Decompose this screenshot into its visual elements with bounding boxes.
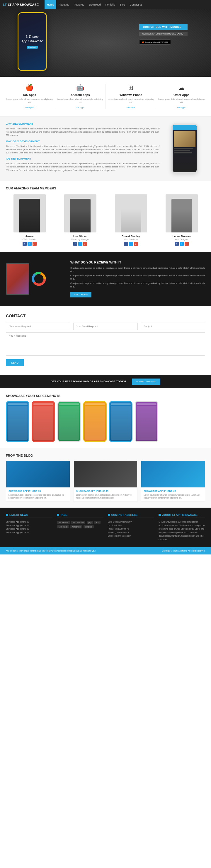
- sp-inner-6: [136, 402, 157, 441]
- download-now-button[interactable]: DOWNLOAD NOW: [132, 378, 160, 385]
- nav-about[interactable]: About us: [56, 0, 71, 9]
- showcase-section: SHOWCASE YOUR SCREENSHOTS: [0, 388, 211, 448]
- sp-inner-3: [58, 402, 80, 441]
- send-button[interactable]: SEND: [6, 359, 24, 366]
- sp-line-1: [8, 403, 28, 405]
- dev-text: JAVA DEVELOPMENT The report 'The Student…: [6, 122, 160, 175]
- receive-title: WHAT DO YOU RECEIVE WITH IT: [70, 260, 205, 264]
- other-desc: Lorem ipsum dolor sit amet, consectetur …: [158, 98, 205, 104]
- blog-grid: SHOWCASE APP IPHONE JS Lorem ipsum dolor…: [6, 461, 205, 502]
- receive-text-3: Cras justo odio, dapibus ac facilisis in…: [70, 282, 205, 288]
- contact-message-textarea[interactable]: [6, 332, 205, 356]
- team-person-4-img: [172, 199, 192, 232]
- dev-text-line1: [174, 148, 193, 149]
- sp-inner-5: [110, 402, 131, 441]
- social-tw-2[interactable]: t: [78, 242, 82, 246]
- other-link[interactable]: Get Apps: [177, 106, 186, 108]
- tag-4[interactable]: app: [94, 521, 100, 524]
- social-fb-2[interactable]: f: [73, 242, 78, 246]
- nav-blog[interactable]: Blog: [118, 0, 127, 9]
- social-gp-3[interactable]: g+: [134, 242, 138, 246]
- read-more-button[interactable]: READ MORE: [70, 292, 91, 298]
- dev-text-line2: [174, 150, 190, 151]
- social-fb-3[interactable]: f: [124, 242, 128, 246]
- footer-news-3[interactable]: Showcase App Iphone JS: [6, 527, 53, 531]
- tag-1[interactable]: pro website: [57, 521, 70, 524]
- contact-email-input[interactable]: [73, 322, 138, 330]
- social-tw-3[interactable]: t: [129, 242, 133, 246]
- social-fb-4[interactable]: f: [175, 242, 179, 246]
- sp-img-5: [111, 406, 131, 440]
- footer-news-1[interactable]: Showcase App Iphone JS: [6, 520, 53, 524]
- showcase-phone-1: [6, 401, 29, 442]
- team-photo-3: [115, 194, 147, 232]
- dev-title-2: MAC OS X DEVELOPMENT: [6, 140, 160, 143]
- team-photo-1: [13, 194, 46, 232]
- nav-featured[interactable]: Featured: [71, 0, 87, 9]
- hero-appstore: 🍎 Download it from APP STORE: [139, 39, 187, 44]
- blog-card-1: SHOWCASE APP IPHONE JS Lorem ipsum dolor…: [6, 461, 70, 502]
- team-role-1: CEO - Founder: [6, 238, 53, 240]
- nav-home[interactable]: Home: [44, 0, 56, 9]
- sp-inner-2: [33, 402, 54, 441]
- ios-link[interactable]: Get Apps: [25, 106, 34, 108]
- footer-news-4[interactable]: Showcase App Iphone JS: [6, 531, 53, 534]
- showcase-phone-5: [109, 401, 132, 442]
- bottom-left-text: Any problems, errors or just want to sha…: [6, 550, 95, 552]
- tag-3[interactable]: php: [87, 521, 93, 524]
- team-social-2: f t g+: [57, 242, 104, 246]
- nav-contact[interactable]: Contact us: [127, 0, 145, 9]
- dev-title-1: JAVA DEVELOPMENT: [6, 122, 160, 125]
- dev-body-3: The report 'The Student & the Stopwatch:…: [6, 162, 160, 172]
- footer-tags-title: TAGS: [57, 514, 103, 518]
- nav-portfolio[interactable]: Portfolio: [103, 0, 118, 9]
- team-social-3: f t g+: [107, 242, 154, 246]
- team-name-3: Ernest Stanley: [107, 235, 154, 238]
- social-gp-4[interactable]: g+: [185, 242, 189, 246]
- contact-subject-input[interactable]: [141, 322, 205, 330]
- social-fb-1[interactable]: f: [23, 242, 27, 246]
- nav-download[interactable]: Download: [87, 0, 103, 9]
- contact-name-input[interactable]: [6, 322, 70, 330]
- phone-title: L.ThemeApp Showcase: [21, 35, 43, 43]
- tag-7[interactable]: template: [84, 525, 94, 528]
- tag-2[interactable]: web template: [71, 521, 86, 524]
- receive-tablet-screen: [7, 264, 28, 294]
- contact-title: CONTACT: [6, 313, 205, 318]
- app-android: 🤖 Android Apps Lorem ipsum dolor sit ame…: [57, 84, 104, 109]
- receive-image: [6, 263, 64, 295]
- team-person-3-img: [121, 199, 141, 232]
- blog-post-title-3[interactable]: SHOWCASE APP IPHONE JS: [144, 490, 203, 492]
- receive-content: WHAT DO YOU RECEIVE WITH IT Cras justo o…: [70, 260, 205, 298]
- sp-line-6: [137, 403, 156, 405]
- dev-phone-content: [173, 130, 197, 172]
- dev-text-line3: [174, 152, 192, 153]
- team-social-4: f t g+: [158, 242, 205, 246]
- showcase-phone-2: [32, 401, 55, 442]
- dev-phone-wrap: [164, 122, 205, 175]
- dev-title-3: IOS DEVELOPMENT: [6, 157, 160, 160]
- blog-post-title-2[interactable]: SHOWCASE APP IPHONE JS: [76, 490, 135, 492]
- footer-contact: CONTACT ADDRESS Suite Company Name 207 L…: [108, 514, 154, 541]
- social-gp-2[interactable]: g+: [83, 242, 87, 246]
- team-person-2-img: [70, 199, 91, 232]
- tag-5[interactable]: Leo Thank: [57, 525, 69, 528]
- tag-6[interactable]: wordpress: [70, 525, 82, 528]
- footer-address-2: Leo Thank Blvd: [108, 524, 154, 527]
- receive-text-2: Cras justo odio, dapibus ac facilisis in…: [70, 274, 205, 280]
- windows-link[interactable]: Get Apps: [127, 106, 135, 108]
- footer-news-2[interactable]: Showcase App Iphone JS: [6, 524, 53, 527]
- social-gp-1[interactable]: g+: [33, 242, 37, 246]
- dev-phone-header: [173, 125, 197, 130]
- social-tw-1[interactable]: t: [28, 242, 32, 246]
- android-icon: 🤖: [57, 84, 104, 92]
- footer-about-text: LT App Showcase is a Joomla! template fo…: [158, 520, 205, 541]
- blog-post-title-1[interactable]: SHOWCASE APP IPHONE JS: [8, 490, 67, 492]
- blog-card-3: SHOWCASE APP IPHONE JS Lorem ipsum dolor…: [141, 461, 205, 502]
- footer-email[interactable]: Email: info@yoursite.com: [108, 534, 154, 538]
- social-tw-4[interactable]: t: [180, 242, 184, 246]
- app-ios: 🍎 IOS Apps Lorem ipsum dolor sit amet, c…: [6, 84, 53, 109]
- footer-tags-container: pro website web template php app Leo Tha…: [57, 520, 103, 529]
- android-link[interactable]: Get Apps: [76, 106, 84, 108]
- appstore-button[interactable]: 🍎 Download it from APP STORE: [139, 39, 171, 44]
